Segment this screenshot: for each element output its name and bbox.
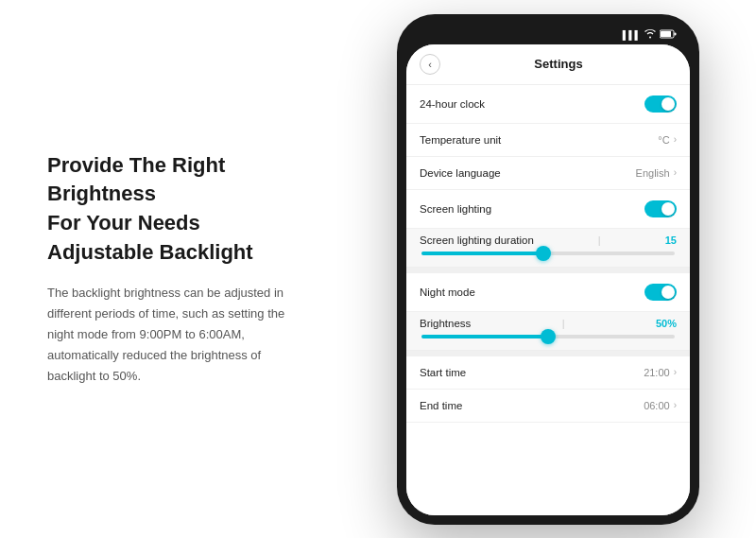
setting-right-temp: °C › — [658, 134, 677, 146]
status-bar: ▌▌▌ — [406, 24, 690, 44]
svg-rect-2 — [675, 32, 677, 35]
slider-duration-fill — [421, 252, 543, 255]
battery-icon — [660, 29, 677, 41]
setting-row-end-time[interactable]: End time 06:00 › — [406, 390, 690, 423]
wifi-icon — [644, 29, 656, 41]
slider-section-brightness: Brightness | 50% — [406, 312, 690, 351]
toggle-screen-lighting[interactable] — [644, 200, 677, 217]
chevron-icon-temp: › — [674, 134, 677, 145]
setting-row-start-time[interactable]: Start time 21:00 › — [406, 356, 690, 390]
svg-rect-1 — [661, 31, 671, 37]
setting-label-end-time: End time — [420, 400, 462, 411]
right-panel: ▌▌▌ ‹ Settings — [340, 0, 756, 538]
back-button[interactable]: ‹ — [420, 54, 440, 75]
setting-row-screen-lighting: Screen lighting — [406, 190, 690, 229]
pipe-brightness: | — [562, 318, 565, 329]
settings-list: 24-hour clock Temperature unit °C › Devi… — [406, 85, 690, 515]
setting-right-start-time: 21:00 › — [644, 367, 677, 378]
slider-brightness-track[interactable] — [421, 335, 675, 338]
setting-row-temp[interactable]: Temperature unit °C › — [406, 124, 690, 157]
setting-value-lang: English — [636, 167, 670, 179]
headline: Provide The Right BrightnessFor Your Nee… — [47, 151, 302, 268]
setting-label-screen-lighting: Screen lighting — [420, 203, 491, 215]
setting-label-night-mode: Night mode — [420, 286, 475, 298]
setting-value-end-time: 06:00 — [644, 400, 670, 411]
setting-row-night-mode: Night mode — [406, 273, 690, 312]
chevron-icon-lang: › — [674, 167, 677, 178]
slider-duration-header: Screen lighting duration | 15 — [420, 234, 677, 246]
setting-label-start-time: Start time — [420, 367, 466, 378]
slider-brightness-fill — [421, 335, 548, 338]
setting-label-lang: Device language — [420, 167, 501, 179]
setting-label-24h: 24-hour clock — [420, 98, 485, 110]
pipe-duration: | — [598, 234, 601, 246]
setting-row-24h: 24-hour clock — [406, 85, 690, 124]
signal-icon: ▌▌▌ — [623, 30, 641, 40]
setting-right-end-time: 06:00 › — [644, 400, 677, 411]
app-title: Settings — [440, 57, 677, 71]
setting-label-temp: Temperature unit — [420, 134, 501, 146]
slider-brightness-label: Brightness — [420, 318, 471, 329]
slider-brightness-header: Brightness | 50% — [420, 318, 677, 329]
app-header: ‹ Settings — [406, 44, 690, 85]
slider-duration-label: Screen lighting duration — [420, 234, 534, 246]
slider-duration-thumb[interactable] — [536, 246, 551, 261]
chevron-icon-start-time: › — [674, 367, 677, 377]
toggle-24h[interactable] — [644, 95, 677, 113]
setting-value-temp: °C — [658, 134, 669, 146]
setting-row-lang[interactable]: Device language English › — [406, 157, 690, 190]
left-panel: Provide The Right BrightnessFor Your Nee… — [0, 113, 340, 425]
slider-brightness-thumb[interactable] — [541, 329, 556, 344]
chevron-icon-end-time: › — [674, 400, 677, 410]
setting-value-start-time: 21:00 — [644, 367, 670, 378]
phone-screen: ‹ Settings 24-hour clock Temperature uni… — [406, 44, 690, 515]
toggle-night-mode[interactable] — [644, 284, 677, 301]
slider-brightness-value: 50% — [656, 318, 677, 329]
description: The backlight brightness can be adjusted… — [47, 283, 302, 387]
phone-frame: ▌▌▌ ‹ Settings — [397, 14, 699, 525]
slider-section-duration: Screen lighting duration | 15 — [406, 229, 690, 268]
setting-right-lang: English › — [636, 167, 677, 179]
slider-duration-value: 15 — [665, 234, 677, 246]
slider-duration-track[interactable] — [421, 252, 675, 255]
